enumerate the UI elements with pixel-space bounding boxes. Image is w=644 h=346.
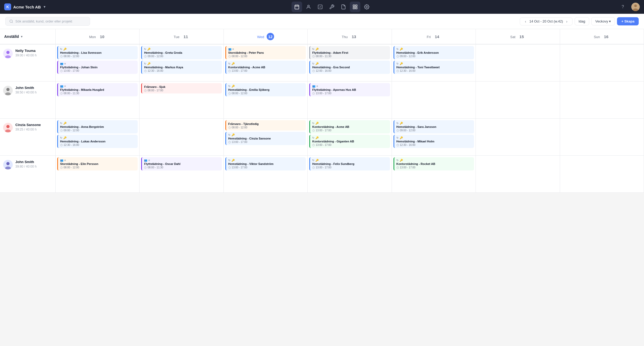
nav-checklist-btn[interactable] bbox=[315, 2, 325, 12]
shift-card[interactable]: 👥≡ Storstädning - Elin Persson 08:00 - 1… bbox=[57, 157, 138, 170]
shift-card[interactable]: ↻🔑 Hemstädning - Lisa Svensson 08:00 - 1… bbox=[57, 46, 138, 59]
shift-card[interactable]: ↻🔑 Kontorstädning - Acme AB 13:00 - 17:0… bbox=[309, 120, 390, 133]
svg-point-30 bbox=[6, 88, 10, 91]
search-icon bbox=[9, 19, 13, 23]
clock-icon bbox=[60, 92, 63, 95]
shift-icons: ↻🔑 bbox=[312, 122, 388, 125]
shift-title: Storstädning - Peter Pans bbox=[228, 51, 304, 54]
nav-grid-btn[interactable] bbox=[350, 2, 360, 12]
header-fri: Fri 14 bbox=[392, 29, 476, 44]
shift-card[interactable]: ↻🔑 Hemstädning - Anna Bergström 09:00 - … bbox=[57, 120, 138, 133]
shift-card[interactable]: 👥≡ Flyttstädning - Johan Stein 13:00 - 1… bbox=[57, 61, 138, 74]
shift-card[interactable]: ↻🔑 Hemstädning - Felix Sundberg 13:00 - … bbox=[309, 157, 390, 170]
shift-title: Flyttstädning - Apornas Hus AB bbox=[312, 88, 388, 91]
employee-info: Nelly Touma 39:00 / 40:00 h bbox=[0, 44, 56, 81]
nav-help-btn[interactable]: ? bbox=[618, 2, 628, 12]
shift-time: 08:00 - 12:00 bbox=[228, 126, 304, 129]
clock-icon bbox=[60, 144, 63, 146]
employee-hours: 38:50 / 40:00 h bbox=[15, 91, 37, 94]
shift-card[interactable]: ↻🔑 Kontorstädning - Rocket AB 13:00 - 17… bbox=[393, 157, 474, 170]
shift-time: 13:00 - 17:00 bbox=[60, 69, 136, 72]
day-cell bbox=[476, 82, 560, 118]
shift-card[interactable]: Frånvaro - Sjuk 08:00 - 17:00 bbox=[141, 83, 222, 93]
user-avatar[interactable] bbox=[631, 3, 640, 11]
shift-card[interactable]: 👥≡ Flyttstädning - Oscar Dahl 08:00 - 11… bbox=[141, 157, 222, 170]
shift-card[interactable]: ↻🔑 Hemstädning - Mikael Holm 12:30 - 16:… bbox=[393, 135, 474, 148]
day-cell bbox=[476, 156, 560, 192]
date-prev-btn[interactable]: ‹ bbox=[524, 19, 527, 24]
avatar bbox=[3, 86, 13, 95]
shift-card[interactable]: ↻🔑 Hemstädning - Emilia Sjöberg 08:00 - … bbox=[225, 83, 306, 96]
svg-point-17 bbox=[6, 51, 10, 54]
svg-point-37 bbox=[6, 125, 10, 128]
shift-title: Kontorstädning - Acme AB bbox=[228, 66, 304, 69]
shift-card[interactable]: ↻🔑 Hemstädning - Erik Andersson 09:00 - … bbox=[393, 46, 474, 59]
shift-card[interactable]: ↻🔑 Hemstädning - Cinzia Sansone 13:00 - … bbox=[225, 132, 306, 145]
svg-rect-0 bbox=[295, 5, 299, 9]
shift-icons: ↻🔑 bbox=[60, 122, 136, 125]
shift-title: Hemstädning - Viktor Sandström bbox=[228, 162, 304, 165]
clock-icon bbox=[396, 70, 399, 72]
chevron-down-icon: ▾ bbox=[21, 35, 23, 38]
employee-info: John Smith 39:80 / 40:00 h bbox=[0, 156, 56, 192]
clock-icon bbox=[312, 166, 315, 169]
employee-row: John Smith 38:50 / 40:00 h 👥≡ Flyttstädn… bbox=[0, 82, 644, 119]
nav-document-btn[interactable] bbox=[338, 2, 349, 12]
shift-card[interactable]: Frånvaro - Tjänstledig 08:00 - 12:00 bbox=[225, 120, 306, 131]
shift-card[interactable]: ↻🔑 Hemstädning - Lukas Andersson 12:30 -… bbox=[57, 135, 138, 148]
shift-icons: ↻🔑 bbox=[60, 136, 136, 139]
day-cell bbox=[476, 44, 560, 81]
shift-card[interactable]: ↻🔑 Hemstädning - Markus Kaya 12:30 - 16:… bbox=[141, 61, 222, 74]
nav-person-btn[interactable] bbox=[303, 2, 314, 12]
search-box[interactable]: Sök anställd, kund, order eller projekt bbox=[5, 17, 90, 26]
nav-calendar-btn[interactable] bbox=[292, 2, 302, 12]
date-next-btn[interactable]: › bbox=[565, 19, 569, 24]
create-button[interactable]: + Skapa bbox=[617, 17, 639, 25]
shift-icons: ↻🔑 bbox=[228, 62, 304, 65]
avatar bbox=[3, 49, 13, 58]
brand[interactable]: K Acme Tech AB ▼ bbox=[4, 3, 46, 10]
day-cell bbox=[560, 82, 644, 118]
nav-settings-btn[interactable] bbox=[361, 2, 372, 12]
shift-time: 13:00 - 17:00 bbox=[312, 92, 388, 95]
today-button[interactable]: Idag bbox=[575, 17, 589, 25]
shift-title: Frånvaro - Sjuk bbox=[144, 85, 220, 88]
clock-icon bbox=[228, 70, 231, 72]
shift-card[interactable]: 👥≡ Storstädning - Peter Pans 08:00 - 12:… bbox=[225, 46, 306, 59]
shift-time: 13:00 - 17:00 bbox=[312, 129, 388, 132]
view-selector[interactable]: Veckovy ▾ bbox=[591, 17, 615, 25]
employee-name: John Smith bbox=[15, 160, 37, 164]
clock-icon bbox=[60, 129, 63, 132]
shift-time: 13:00 - 17:00 bbox=[312, 166, 388, 169]
shift-card[interactable]: ↻🔑 Hemstädning - Toni Tweettweet 12:30 -… bbox=[393, 61, 474, 74]
clock-icon bbox=[312, 129, 315, 132]
shift-card[interactable]: ↻🔑 Hemstädning - Viktor Sandström 13:00 … bbox=[225, 157, 306, 170]
header-sat: Sat 15 bbox=[476, 29, 560, 44]
clock-icon bbox=[228, 126, 231, 129]
shift-card[interactable]: 👥≡ Flyttstädning - Mikaela Husgård 08:00… bbox=[57, 83, 138, 96]
clock-icon bbox=[228, 92, 231, 95]
shift-card[interactable]: ↻🔑 Hemstädning - Greta Groda 09:00 - 12:… bbox=[141, 46, 222, 59]
day-cell: 👥≡ Flyttstädning - Mikaela Husgård 08:00… bbox=[56, 82, 140, 118]
shift-time: 12:30 - 16:00 bbox=[60, 143, 136, 146]
shift-card[interactable]: ↻🔑 Hemstädning - Sara Jansson 09:00 - 12… bbox=[393, 120, 474, 133]
nav-right: ? bbox=[618, 2, 640, 12]
shift-time: 13:00 - 17:00 bbox=[312, 143, 388, 146]
shift-icons: ↻🔑 bbox=[228, 159, 304, 162]
shift-card[interactable]: 👥≡ Flyttstädning - Apornas Hus AB 13:00 … bbox=[309, 83, 390, 96]
shift-title: Kontorstädning - Giganten AB bbox=[312, 140, 388, 143]
shift-time: 12:30 - 16:00 bbox=[396, 143, 472, 146]
shift-card[interactable]: ↻🔑 Kontorstädning - Giganten AB 13:00 - … bbox=[309, 135, 390, 148]
day-cell: ↻🔑 Hemstädning - Sara Jansson 09:00 - 12… bbox=[392, 119, 476, 155]
shift-card[interactable]: ↻🔑 Flyttstädning - Adam First 08:00 - 11… bbox=[309, 46, 390, 59]
shift-title: Flyttstädning - Johan Stein bbox=[60, 66, 136, 69]
employee-column-header[interactable]: Anställd ▾ bbox=[0, 29, 56, 44]
day-cell bbox=[392, 82, 476, 118]
nav-tools-btn[interactable] bbox=[327, 2, 337, 12]
shift-card[interactable]: ↻🔑 Kontorstädning - Acme AB 13:00 - 17:0… bbox=[225, 61, 306, 74]
date-navigator[interactable]: ‹ 14 Oct - 20 Oct (w.42) › bbox=[520, 17, 573, 25]
shift-title: Hemstädning - Erik Andersson bbox=[396, 51, 472, 54]
shift-time: 08:00 - 11:30 bbox=[144, 166, 220, 169]
shift-card[interactable]: ↻🔑 Hemstädning - Eva Second 12:00 - 16:0… bbox=[309, 61, 390, 74]
shift-title: Flyttstädning - Adam First bbox=[312, 51, 388, 54]
